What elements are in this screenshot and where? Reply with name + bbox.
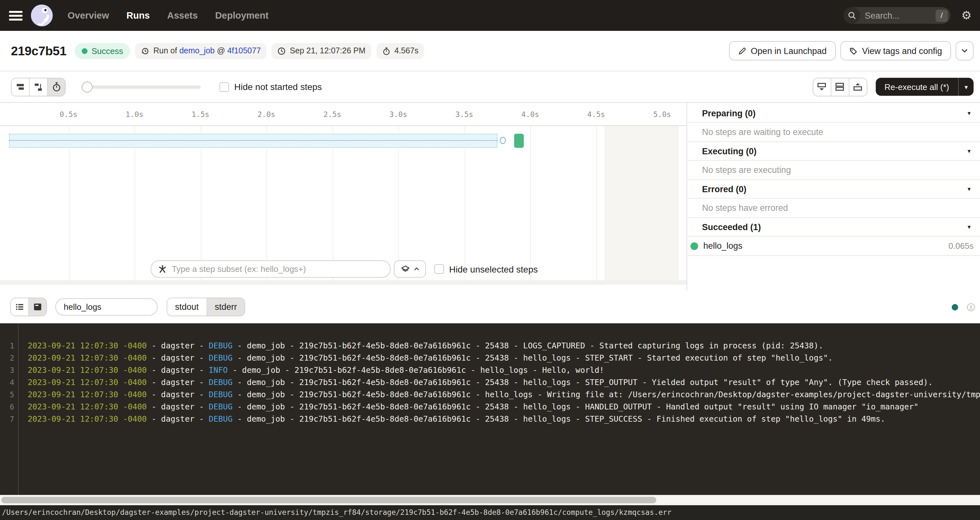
zoom-slider[interactable] xyxy=(81,81,201,92)
log-hscrollbar-track[interactable] xyxy=(0,495,980,505)
reexecute-caret-button[interactable]: ▾ xyxy=(958,78,974,96)
dagster-logo[interactable] xyxy=(31,5,53,26)
panel-top-button[interactable] xyxy=(848,78,866,95)
panel-empty-row: No steps are executing xyxy=(688,161,980,180)
log-hscrollbar-thumb[interactable] xyxy=(1,497,656,503)
structured-log-view-button[interactable] xyxy=(11,298,28,315)
nav-overview[interactable]: Overview xyxy=(68,10,109,21)
log-segment-level: DEBUG xyxy=(209,390,232,399)
axis-tick-label: 5.0s xyxy=(653,110,671,119)
log-panel-position-toggle xyxy=(812,78,867,96)
log-line-number: 3 xyxy=(0,365,14,377)
hide-not-started-checkbox[interactable] xyxy=(220,82,229,92)
apply-subset-button[interactable] xyxy=(394,260,426,278)
zoom-slider-track xyxy=(81,85,201,89)
flat-view-button[interactable] xyxy=(11,78,29,95)
hide-unselected-checkbox[interactable] xyxy=(434,264,444,274)
reexecute-all-button[interactable]: Re-execute all (*) xyxy=(875,78,958,96)
zoom-slider-thumb[interactable] xyxy=(82,81,93,92)
panel-step-row[interactable]: hello_logs0.065s xyxy=(688,236,980,256)
log-segment-time: 2023-09-21 12:07:30 -0400 xyxy=(28,403,147,411)
gantt-gridline xyxy=(68,126,69,280)
log-line: 72023-09-21 12:07:30 -0400 - dagster - D… xyxy=(0,413,980,425)
timed-view-button[interactable] xyxy=(47,78,65,95)
flat-view-icon xyxy=(15,82,25,92)
step-duration: 0.065s xyxy=(948,241,974,250)
log-segment-time: 2023-09-21 12:07:30 -0400 xyxy=(28,341,147,350)
gantt-step-bar-hello_logs[interactable] xyxy=(514,134,524,148)
log-segment-plain: - dagster - xyxy=(147,341,209,350)
gantt-gridline xyxy=(464,126,465,280)
log-line: 12023-09-21 12:07:30 -0400 - dagster - D… xyxy=(0,340,980,352)
log-segment-time: 2023-09-21 12:07:30 -0400 xyxy=(28,366,147,375)
axis-tick-label: 1.0s xyxy=(126,110,143,119)
log-segment-time: 2023-09-21 12:07:30 -0400 xyxy=(28,354,147,363)
log-segment-plain: - demo_job - 219c7b51-b62f-4e5b-8de8-0e7… xyxy=(232,378,933,387)
search-shortcut-badge: / xyxy=(935,10,948,22)
tab-stdout[interactable]: stdout xyxy=(167,298,207,315)
nav-runs[interactable]: Runs xyxy=(126,10,150,21)
log-segment-plain: - dagster - xyxy=(147,354,209,363)
tab-stderr[interactable]: stderr xyxy=(207,298,245,315)
nav-deployment[interactable]: Deployment xyxy=(215,10,269,21)
panel-bottom-button[interactable] xyxy=(813,78,830,95)
op-selector-icon xyxy=(158,264,167,274)
header-more-actions-button[interactable] xyxy=(956,41,974,60)
duration-text: 4.567s xyxy=(395,46,418,55)
view-tags-config-label: View tags and config xyxy=(862,46,942,55)
panel-section-header[interactable]: Succeeded (1)▼ xyxy=(688,218,980,236)
raw-log-viewer[interactable]: 12023-09-21 12:07:30 -0400 - dagster - D… xyxy=(0,323,980,495)
primary-nav: Overview Runs Assets Deployment xyxy=(68,10,269,21)
panel-section-header[interactable]: Executing (0)▼ xyxy=(688,142,980,161)
commit-link[interactable]: 4f105077 xyxy=(228,46,261,55)
step-success-dot-icon xyxy=(690,242,698,250)
panel-section-title: Errored (0) xyxy=(702,184,746,194)
axis-tick-label: 2.0s xyxy=(258,110,275,119)
caret-down-icon: ▼ xyxy=(966,224,972,230)
search-input[interactable]: Search... / xyxy=(843,7,950,24)
view-tags-config-button[interactable]: View tags and config xyxy=(840,41,951,60)
chevron-up-icon xyxy=(414,266,419,272)
gantt-gridline xyxy=(398,126,399,280)
log-line: 22023-09-21 12:07:30 -0400 - dagster - D… xyxy=(0,352,980,365)
log-step-filter-value: hello_logs xyxy=(64,302,101,312)
nav-assets[interactable]: Assets xyxy=(167,10,198,21)
header-buttons: Open in Launchpad View tags and config xyxy=(729,41,974,60)
gear-icon[interactable]: ⚙ xyxy=(961,10,972,21)
log-step-filter-input[interactable]: hello_logs xyxy=(55,298,158,315)
gantt-gridline xyxy=(266,126,267,280)
hamburger-menu-icon[interactable] xyxy=(9,11,22,20)
download-icon xyxy=(966,303,975,311)
hide-not-started-checkbox-row[interactable]: Hide not started steps xyxy=(220,82,322,92)
log-segment-time: 2023-09-21 12:07:30 -0400 xyxy=(28,415,147,423)
log-segment-plain: - dagster - xyxy=(147,415,209,423)
search-placeholder: Search... xyxy=(865,11,900,20)
log-line-number: 2 xyxy=(0,352,14,365)
open-in-launchpad-button[interactable]: Open in Launchpad xyxy=(729,41,836,60)
gantt-section: 0.5s1.0s1.5s2.0s2.5s3.0s3.5s4.0s4.5s5.0s… xyxy=(0,103,980,290)
caret-down-icon: ▼ xyxy=(966,148,972,154)
axis-tick-label: 4.5s xyxy=(587,110,605,119)
log-segment-plain: - demo_job - 219c7b51-b62f-4e5b-8de8-0e7… xyxy=(232,341,823,350)
gantt-hscrollbar-track[interactable] xyxy=(0,280,687,285)
panel-section-title: Succeeded (1) xyxy=(702,222,761,232)
raw-log-view-button[interactable] xyxy=(28,298,46,315)
log-segment-level: DEBUG xyxy=(209,341,232,350)
panel-split-button[interactable] xyxy=(830,78,848,95)
download-log-button[interactable] xyxy=(966,303,975,311)
gantt-chart[interactable]: 0.5s1.0s1.5s2.0s2.5s3.0s3.5s4.0s4.5s5.0s… xyxy=(0,103,687,290)
panel-section-header[interactable]: Preparing (0)▼ xyxy=(688,104,980,123)
panel-section-header[interactable]: Errored (0)▼ xyxy=(688,180,980,199)
step-subset-input[interactable]: Type a step subset (ex: hello_logs+) xyxy=(151,260,391,278)
gantt-gridline xyxy=(332,126,333,280)
log-segment-plain: - dagster - xyxy=(147,378,209,387)
log-segment-plain: - dagster - xyxy=(147,390,209,399)
job-name-link[interactable]: demo_job xyxy=(179,46,215,55)
log-line-number: 7 xyxy=(0,413,14,425)
log-line-number: 5 xyxy=(0,389,14,401)
log-segment-level: DEBUG xyxy=(209,415,232,423)
run-of-tag: Run of demo_job @ 4f105077 xyxy=(135,43,267,59)
hide-unselected-checkbox-row[interactable]: Hide unselected steps xyxy=(434,264,538,274)
waterfall-view-button[interactable] xyxy=(29,78,47,95)
panel-split-icon xyxy=(835,82,845,92)
